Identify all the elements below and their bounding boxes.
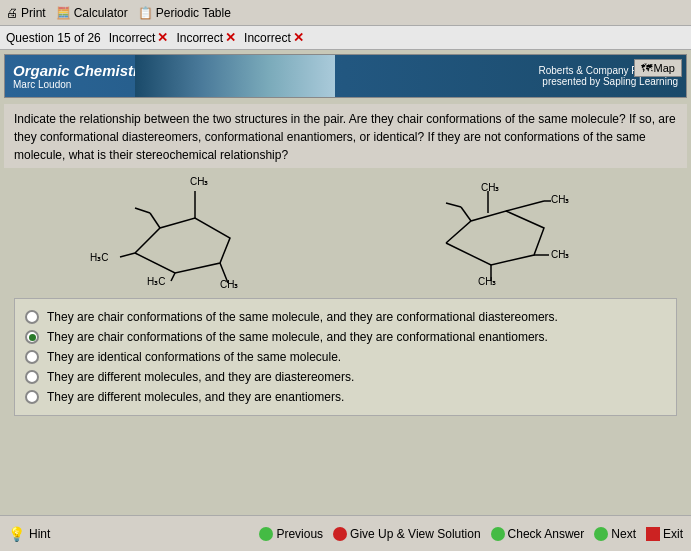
hint-bulb-icon: 💡 [8,526,25,542]
map-icon: 🗺 [641,62,652,74]
bottom-bar: 💡 Hint Previous Give Up & View Solution … [0,515,691,551]
svg-text:CH₃: CH₃ [481,182,499,193]
give-up-icon [333,527,347,541]
previous-icon [259,527,273,541]
incorrect-badge-1: Incorrect ✕ [109,30,169,45]
svg-text:CH₃: CH₃ [551,194,569,205]
svg-line-20 [446,203,461,207]
check-answer-button[interactable]: Check Answer [491,527,585,541]
svg-line-9 [135,208,150,213]
app-subtitle: Marc Loudon [13,79,147,90]
answer-text-1: They are chair conformations of the same… [47,310,558,324]
next-icon [594,527,608,541]
radio-1[interactable] [25,310,39,324]
svg-text:H₃C: H₃C [90,252,108,263]
answer-row-4[interactable]: They are different molecules, and they a… [25,367,666,387]
calculator-button[interactable]: 🧮 Calculator [56,6,128,20]
previous-label: Previous [276,527,323,541]
previous-button[interactable]: Previous [259,527,323,541]
radio-2[interactable] [25,330,39,344]
header-banner: Organic Chemistry Marc Loudon Roberts & … [4,54,687,98]
svg-line-14 [506,201,544,211]
answer-row-3[interactable]: They are identical conformations of the … [25,347,666,367]
answer-row-1[interactable]: They are chair conformations of the same… [25,307,666,327]
bottom-actions: Previous Give Up & View Solution Check A… [259,527,683,541]
toolbar: 🖨 Print 🧮 Calculator 📋 Periodic Table [0,0,691,26]
next-button[interactable]: Next [594,527,636,541]
answer-row-5[interactable]: They are different molecules, and they a… [25,387,666,407]
radio-3[interactable] [25,350,39,364]
calculator-label: Calculator [74,6,128,20]
svg-text:CH₃: CH₃ [190,176,208,187]
give-up-label: Give Up & View Solution [350,527,481,541]
x-icon-2: ✕ [225,30,236,45]
radio-4[interactable] [25,370,39,384]
incorrect-badge-2: Incorrect ✕ [176,30,236,45]
x-icon-1: ✕ [157,30,168,45]
header-decoration [135,55,335,97]
print-button[interactable]: 🖨 Print [6,6,46,20]
incorrect-badge-3: Incorrect ✕ [244,30,304,45]
periodic-table-label: Periodic Table [156,6,231,20]
calculator-icon: 🧮 [56,6,71,20]
answer-text-2: They are chair conformations of the same… [47,330,548,344]
radio-selected-indicator [29,334,36,341]
print-label: Print [21,6,46,20]
periodic-table-icon: 📋 [138,6,153,20]
svg-line-19 [461,207,471,221]
svg-line-3 [120,253,135,257]
answer-text-5: They are different molecules, and they a… [47,390,344,404]
svg-text:CH₃: CH₃ [478,276,496,287]
svg-text:CH₃: CH₃ [220,279,238,290]
structures-area: CH₃ H₃C H₃C CH₃ CH₃ [4,168,687,298]
radio-5[interactable] [25,390,39,404]
question-text: Indicate the relationship between the tw… [4,104,687,168]
molecule-left: CH₃ H₃C H₃C CH₃ [75,173,295,293]
answer-text-4: They are different molecules, and they a… [47,370,354,384]
main-content: Organic Chemistry Marc Loudon Roberts & … [0,50,691,515]
header-left: Organic Chemistry Marc Loudon [5,58,155,94]
question-bar: Question 15 of 26 Incorrect ✕ Incorrect … [0,26,691,50]
hint-button[interactable]: 💡 Hint [8,526,50,542]
exit-label: Exit [663,527,683,541]
answer-row-2[interactable]: They are chair conformations of the same… [25,327,666,347]
exit-icon [646,527,660,541]
svg-text:CH₃: CH₃ [551,249,569,260]
answers-container: They are chair conformations of the same… [14,298,677,416]
app-title: Organic Chemistry [13,62,147,79]
hint-label: Hint [29,527,50,541]
print-icon: 🖨 [6,6,18,20]
check-answer-icon [491,527,505,541]
question-counter: Question 15 of 26 [6,31,101,45]
map-button[interactable]: 🗺 Map [634,59,682,77]
svg-text:H₃C: H₃C [147,276,165,287]
periodic-table-button[interactable]: 📋 Periodic Table [138,6,231,20]
svg-line-8 [150,213,160,228]
x-icon-3: ✕ [293,30,304,45]
give-up-button[interactable]: Give Up & View Solution [333,527,481,541]
answer-text-3: They are identical conformations of the … [47,350,341,364]
svg-line-5 [171,273,175,281]
check-answer-label: Check Answer [508,527,585,541]
molecule-right: CH₃ CH₃ CH₃ CH₃ [396,173,616,293]
exit-button[interactable]: Exit [646,527,683,541]
next-label: Next [611,527,636,541]
